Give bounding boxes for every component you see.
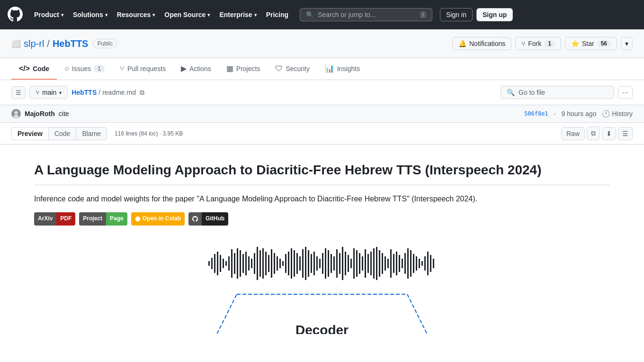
tab-issues[interactable]: ○ Issues 1 <box>57 58 112 80</box>
tab-insights[interactable]: 📊 Insights <box>317 58 367 80</box>
header-search[interactable]: 🔍 Search or jump to... / <box>300 8 432 21</box>
svg-rect-79 <box>421 261 423 266</box>
commit-separator: · <box>554 110 556 118</box>
colab-badge-content: Open in Colab <box>131 212 185 225</box>
github-badge[interactable]: GitHub <box>188 212 228 225</box>
nav-item-pricing[interactable]: Pricing <box>262 8 292 21</box>
svg-rect-43 <box>319 259 321 268</box>
bell-icon: 🔔 <box>458 40 466 47</box>
github-logo[interactable] <box>8 7 23 23</box>
file-path-separator: / <box>98 89 100 96</box>
history-button[interactable]: 🕐 History <box>602 110 633 118</box>
copy-path-button[interactable]: ⧉ <box>138 88 146 98</box>
repo-header: ⬜ slp-rl / HebTTS Public 🔔 Notifications… <box>0 29 644 58</box>
copy-icon: ⧉ <box>140 89 144 97</box>
readme-badges: ArXiv PDF Project Page Open in Colab <box>34 212 610 225</box>
svg-rect-61 <box>370 252 372 275</box>
tab-security[interactable]: 🛡 Security <box>268 58 317 80</box>
copy-raw-button[interactable]: ⧉ <box>587 127 600 140</box>
insights-icon: 📊 <box>325 64 334 73</box>
repo-owner-link[interactable]: slp-rl <box>24 38 44 49</box>
svg-point-3 <box>135 217 140 222</box>
sidebar-toggle[interactable]: ☰ <box>11 86 26 99</box>
waveform-container <box>204 244 440 286</box>
github-badge-content <box>188 212 202 225</box>
search-icon: 🔍 <box>306 11 314 18</box>
svg-rect-69 <box>393 254 394 273</box>
svg-rect-64 <box>379 250 380 277</box>
repo-name-link[interactable]: HebTTS <box>53 38 89 49</box>
svg-rect-65 <box>382 253 383 274</box>
signin-button[interactable]: Sign in <box>440 8 473 21</box>
svg-rect-28 <box>277 256 278 271</box>
svg-rect-44 <box>322 253 323 274</box>
colab-badge[interactable]: Open in Colab <box>131 212 185 225</box>
code-icon: </> <box>19 64 30 73</box>
code-tab[interactable]: Code <box>48 127 76 140</box>
svg-rect-68 <box>390 249 392 278</box>
nav-item-solutions[interactable]: Solutions ▾ <box>69 8 111 21</box>
svg-rect-14 <box>237 248 238 279</box>
svg-rect-31 <box>285 254 286 273</box>
star-icon: ⭐ <box>571 40 579 47</box>
nav-item-opensource[interactable]: Open Source ▾ <box>161 8 214 21</box>
chevron-down-icon: ▾ <box>254 12 257 18</box>
svg-rect-35 <box>296 253 298 274</box>
readme-title: A Language Modeling Approach to Diacriti… <box>34 160 610 185</box>
branch-selector[interactable]: ⑂ main ▾ <box>29 86 68 99</box>
raw-button[interactable]: Raw <box>561 127 585 140</box>
chevron-down-icon: ▾ <box>61 12 63 18</box>
nav-item-product[interactable]: Product ▾ <box>30 8 67 21</box>
expand-button[interactable]: ☰ <box>618 127 633 140</box>
header-user-actions: Sign in Sign up <box>440 8 513 21</box>
svg-rect-27 <box>274 253 275 274</box>
svg-rect-23 <box>262 248 264 279</box>
waveform-svg <box>204 244 440 282</box>
repo-tabs: </> Code ○ Issues 1 ⑂ Pull requests ▶ Ac… <box>0 58 644 80</box>
svg-rect-30 <box>282 261 284 266</box>
svg-rect-8 <box>220 255 221 272</box>
star-button[interactable]: ⭐ Star 56 <box>565 37 617 50</box>
content-tab-bar: Preview Code Blame 116 lines (84 loc) · … <box>0 123 644 145</box>
nav-item-resources[interactable]: Resources ▾ <box>113 8 159 21</box>
more-options-button[interactable]: ▾ <box>621 37 633 50</box>
svg-rect-33 <box>291 248 292 279</box>
svg-rect-46 <box>328 250 329 277</box>
project-badge-left: Project <box>79 212 106 225</box>
svg-rect-73 <box>404 253 406 274</box>
nav-item-enterprise[interactable]: Enterprise ▾ <box>215 8 260 21</box>
svg-rect-66 <box>385 256 386 271</box>
project-badge[interactable]: Project Page <box>79 212 127 225</box>
svg-rect-75 <box>410 250 411 277</box>
search-kbd-hint: / <box>420 11 426 18</box>
visibility-badge: Public <box>93 39 117 48</box>
svg-rect-78 <box>419 259 420 268</box>
svg-rect-57 <box>359 253 360 274</box>
fork-icon: ⑂ <box>521 40 525 47</box>
download-button[interactable]: ⬇ <box>602 127 616 140</box>
signup-button[interactable]: Sign up <box>476 8 513 21</box>
blame-tab[interactable]: Blame <box>76 127 107 140</box>
svg-rect-41 <box>313 252 315 275</box>
file-more-options[interactable]: ⋯ <box>618 86 633 99</box>
notifications-button[interactable]: 🔔 Notifications <box>452 37 511 50</box>
tab-projects[interactable]: ▦ Projects <box>219 58 268 80</box>
file-path-repo-link[interactable]: HebTTS <box>72 89 97 96</box>
go-to-file-search[interactable]: 🔍 Go to file <box>501 86 614 99</box>
tab-code[interactable]: </> Code <box>11 58 57 80</box>
arxiv-badge[interactable]: ArXiv PDF <box>34 212 75 225</box>
tab-actions[interactable]: ▶ Actions <box>173 58 219 80</box>
commit-author[interactable]: MajoRoth <box>25 110 55 118</box>
svg-rect-6 <box>214 254 215 273</box>
svg-rect-12 <box>231 249 233 278</box>
svg-rect-40 <box>311 254 312 273</box>
svg-rect-34 <box>294 250 295 277</box>
preview-tab[interactable]: Preview <box>11 127 48 140</box>
svg-rect-47 <box>331 254 332 273</box>
decoder-svg: Decoder <box>204 290 440 334</box>
tab-pullrequests[interactable]: ⑂ Pull requests <box>112 58 173 80</box>
chevron-down-icon: ▾ <box>105 12 107 18</box>
commit-sha[interactable]: 506f8e1 <box>524 110 548 117</box>
fork-button[interactable]: ⑂ Fork 1 <box>515 37 561 50</box>
commit-message[interactable]: cite <box>59 110 69 118</box>
